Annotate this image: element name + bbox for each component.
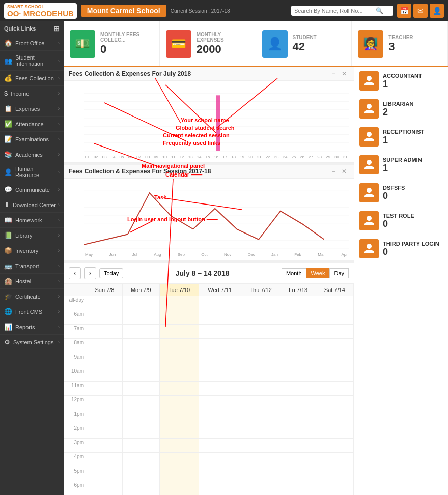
cal-cell[interactable] xyxy=(159,353,199,367)
cal-cell[interactable] xyxy=(281,339,316,353)
sidebar-item-academics[interactable]: 📚Academics› xyxy=(0,147,64,162)
cal-cell[interactable] xyxy=(316,481,353,496)
sidebar-item-transport[interactable]: 🚌Transport› xyxy=(0,258,64,274)
cal-day-btn[interactable]: Day xyxy=(329,268,349,278)
cal-cell[interactable] xyxy=(199,325,241,339)
cal-cell[interactable] xyxy=(241,467,281,481)
cal-cell[interactable] xyxy=(159,325,199,339)
cal-today-btn[interactable]: Today xyxy=(99,268,123,278)
sidebar-item-download[interactable]: ⬇Download Center› xyxy=(0,197,64,213)
cal-cell[interactable] xyxy=(316,410,353,424)
cal-cell[interactable] xyxy=(241,310,281,325)
sidebar-item-expenses[interactable]: 📋Expenses› xyxy=(0,101,64,117)
cal-cell[interactable] xyxy=(87,382,123,396)
cal-cell[interactable] xyxy=(199,339,241,353)
cal-cell[interactable] xyxy=(87,396,123,410)
cal-cell[interactable] xyxy=(199,382,241,396)
cal-cell[interactable] xyxy=(316,396,353,410)
cal-cell[interactable] xyxy=(241,439,281,453)
monthly-minimize-btn[interactable]: − xyxy=(330,70,338,77)
cal-cell[interactable] xyxy=(281,325,316,339)
cal-cell[interactable] xyxy=(316,467,353,481)
cal-month-btn[interactable]: Month xyxy=(282,268,306,278)
cal-cell[interactable] xyxy=(199,467,241,481)
calendar-icon[interactable]: 📅 xyxy=(397,4,411,18)
cal-cell[interactable] xyxy=(281,453,316,467)
cal-cell[interactable] xyxy=(241,382,281,396)
cal-cell[interactable] xyxy=(122,439,159,453)
cal-cell[interactable] xyxy=(316,382,353,396)
cal-cell[interactable] xyxy=(87,339,123,353)
session-close-btn[interactable]: ✕ xyxy=(340,168,349,175)
cal-cell[interactable] xyxy=(159,453,199,467)
sidebar-item-settings[interactable]: ⚙System Settings› xyxy=(0,335,64,350)
cal-cell[interactable] xyxy=(87,467,123,481)
cal-cell[interactable] xyxy=(281,410,316,424)
cal-cell[interactable] xyxy=(159,396,199,410)
cal-cell[interactable] xyxy=(122,310,159,325)
sidebar-item-hostel[interactable]: 🏨Hostel› xyxy=(0,274,64,289)
cal-cell[interactable] xyxy=(159,339,199,353)
cal-cell[interactable] xyxy=(281,367,316,382)
cal-cell[interactable] xyxy=(87,481,123,496)
sidebar-item-examinations[interactable]: 📝Examinations› xyxy=(0,132,64,147)
cal-cell[interactable] xyxy=(281,382,316,396)
cal-cell[interactable] xyxy=(241,481,281,496)
sidebar-item-certificate[interactable]: 🎓Certificate› xyxy=(0,289,64,304)
cal-cell[interactable] xyxy=(122,424,159,439)
cal-cell[interactable] xyxy=(159,367,199,382)
monthly-close-btn[interactable]: ✕ xyxy=(340,70,349,77)
cal-cell[interactable] xyxy=(159,410,199,424)
user-icon[interactable]: 👤 xyxy=(430,4,444,18)
cal-cell[interactable] xyxy=(87,310,123,325)
cal-cell[interactable] xyxy=(122,396,159,410)
cal-cell[interactable] xyxy=(122,467,159,481)
cal-cell[interactable] xyxy=(199,481,241,496)
cal-cell[interactable] xyxy=(241,367,281,382)
cal-cell[interactable] xyxy=(87,296,123,310)
cal-cell[interactable] xyxy=(316,424,353,439)
cal-cell[interactable] xyxy=(199,453,241,467)
cal-cell[interactable] xyxy=(159,296,199,310)
cal-cell[interactable] xyxy=(199,439,241,453)
sidebar-item-library[interactable]: 📗Library› xyxy=(0,228,64,243)
cal-prev-btn[interactable]: ‹ xyxy=(69,267,81,279)
sidebar-item-income[interactable]: $Income› xyxy=(0,86,64,101)
cal-cell[interactable] xyxy=(241,410,281,424)
cal-cell[interactable] xyxy=(316,339,353,353)
sidebar-item-front-office[interactable]: 🏠Front Office› xyxy=(0,36,64,51)
sidebar-item-cms[interactable]: 🌐Front CMS› xyxy=(0,304,64,319)
cal-cell[interactable] xyxy=(241,325,281,339)
cal-cell[interactable] xyxy=(281,481,316,496)
cal-cell[interactable] xyxy=(281,296,316,310)
cal-cell[interactable] xyxy=(316,367,353,382)
message-icon[interactable]: ✉ xyxy=(413,4,428,18)
cal-cell[interactable] xyxy=(159,424,199,439)
sidebar-item-student-info[interactable]: 👥Student Information› xyxy=(0,51,64,71)
cal-cell[interactable] xyxy=(122,382,159,396)
cal-cell[interactable] xyxy=(316,296,353,310)
cal-cell[interactable] xyxy=(199,367,241,382)
cal-cell[interactable] xyxy=(87,453,123,467)
cal-cell[interactable] xyxy=(316,353,353,367)
cal-cell[interactable] xyxy=(159,310,199,325)
sidebar-item-attendance[interactable]: ✅Attendance› xyxy=(0,117,64,132)
cal-cell[interactable] xyxy=(199,296,241,310)
cal-cell[interactable] xyxy=(199,410,241,424)
cal-cell[interactable] xyxy=(122,325,159,339)
cal-cell[interactable] xyxy=(316,325,353,339)
cal-cell[interactable] xyxy=(122,296,159,310)
cal-cell[interactable] xyxy=(241,453,281,467)
cal-cell[interactable] xyxy=(281,424,316,439)
cal-cell[interactable] xyxy=(87,353,123,367)
cal-cell[interactable] xyxy=(316,310,353,325)
cal-cell[interactable] xyxy=(281,396,316,410)
cal-cell[interactable] xyxy=(199,424,241,439)
cal-cell[interactable] xyxy=(241,296,281,310)
cal-cell[interactable] xyxy=(241,339,281,353)
cal-cell[interactable] xyxy=(87,424,123,439)
cal-cell[interactable] xyxy=(122,453,159,467)
cal-cell[interactable] xyxy=(87,325,123,339)
sidebar-item-homework[interactable]: 📖Homework› xyxy=(0,213,64,228)
cal-week-btn[interactable]: Week xyxy=(306,268,330,278)
